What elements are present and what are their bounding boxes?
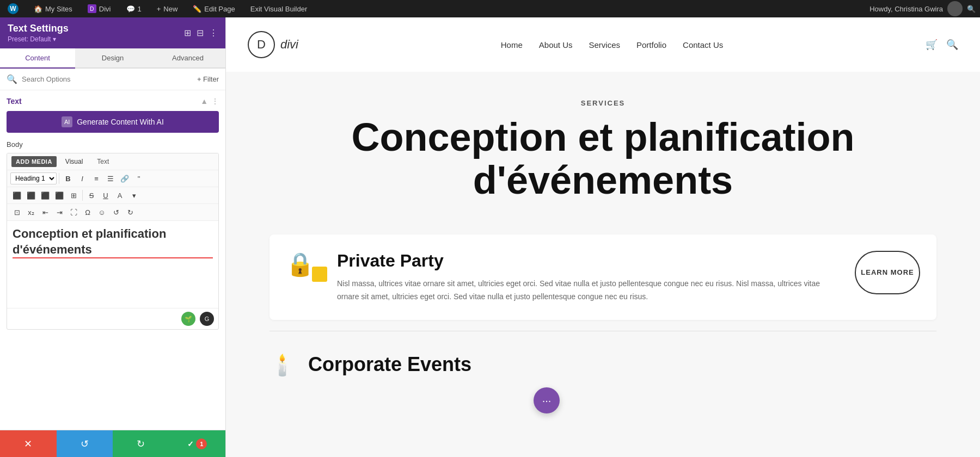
comments-item[interactable]: 💬 1	[123, 0, 145, 17]
panel-title: Text Settings	[8, 23, 69, 34]
search-admin-icon[interactable]: 🔍	[967, 5, 976, 13]
user-greeting: Howdy, Christina Gwira	[869, 5, 943, 13]
align-right-button[interactable]: ⬛	[39, 189, 52, 202]
align-center-button[interactable]: ⬛	[24, 189, 38, 202]
cart-icon[interactable]: 🛒	[926, 39, 938, 51]
right-panel: D divi Home About Us Services Portfolio …	[226, 17, 980, 457]
edit-page-item[interactable]: ✏️ Edit Page	[189, 0, 238, 17]
text-color-button[interactable]: A	[113, 189, 126, 202]
exit-builder-label: Exit Visual Builder	[250, 5, 308, 13]
editor-line1: Conception et	[13, 227, 93, 240]
fullscreen-icon[interactable]: ⊞	[184, 28, 191, 38]
heading-line1: Conception et planification	[351, 115, 854, 159]
section-icons: ▲ ⋮	[200, 97, 219, 106]
collapse-icon[interactable]: ▲	[200, 97, 208, 106]
exit-builder-item[interactable]: Exit Visual Builder	[247, 0, 311, 17]
service-card-1: 🔒 Private Party Nisl massa, ultrices vit…	[270, 234, 936, 320]
fullscreen-editor-button[interactable]: ⛶	[67, 206, 80, 219]
service-icon-wrap-1: 🔒	[286, 251, 324, 277]
italic-button[interactable]: I	[76, 172, 89, 185]
section-title: Text	[7, 97, 22, 106]
nav-services[interactable]: Services	[589, 40, 620, 50]
table-button[interactable]: ⊞	[67, 189, 80, 202]
strikethrough-button[interactable]: S	[85, 189, 98, 202]
blockquote-button[interactable]: "	[132, 172, 145, 185]
learn-more-button-1[interactable]: LEARN MORE	[855, 251, 920, 294]
subscript-button[interactable]: x₂	[24, 206, 38, 219]
search-area: 🔍 + Filter	[0, 69, 225, 90]
toolbar-separator-1	[59, 173, 59, 184]
page-heading: Conception et planification d'événements	[270, 116, 936, 202]
heading-select[interactable]: Heading 1	[10, 172, 57, 184]
filter-button[interactable]: + Filter	[197, 75, 219, 83]
heading-line2: d'événements	[473, 158, 733, 202]
editor-content-area[interactable]: Conception et planification d'événements	[7, 221, 218, 308]
avatar	[947, 1, 963, 16]
left-panel: Text Settings Preset: Default ▾ ⊞ ⊟ ⋮ Co…	[0, 17, 226, 457]
indent-less-button[interactable]: ⇤	[39, 206, 52, 219]
undo-editor-button[interactable]: ↺	[109, 206, 122, 219]
link-button[interactable]: 🔗	[118, 172, 131, 185]
panel-header: Text Settings Preset: Default ▾ ⊞ ⊟ ⋮	[0, 17, 225, 48]
home-icon: 🏠	[34, 5, 42, 13]
site-logo: D divi	[248, 31, 298, 58]
visual-tab[interactable]: Visual	[60, 156, 88, 168]
editor-line3: d'événements	[13, 243, 92, 256]
logo-text: divi	[280, 38, 298, 52]
tab-design[interactable]: Design	[75, 48, 150, 69]
color-palette-button[interactable]: ▾	[127, 189, 140, 202]
section-more-icon[interactable]: ⋮	[211, 97, 219, 106]
my-sites-item[interactable]: 🏠 My Sites	[30, 0, 76, 17]
search-nav-icon[interactable]: 🔍	[946, 39, 958, 51]
nav-about[interactable]: About Us	[539, 40, 573, 50]
tabs: Content Design Advanced	[0, 48, 225, 69]
redo-editor-button[interactable]: ↻	[124, 206, 137, 219]
align-left-button[interactable]: ⬛	[10, 189, 23, 202]
service-body-1: Private Party Nisl massa, ultrices vitae…	[337, 251, 842, 304]
bold-button[interactable]: B	[62, 172, 75, 185]
nav-home[interactable]: Home	[501, 40, 523, 50]
redo-icon: ↻	[137, 438, 145, 450]
paste-button[interactable]: ⊡	[10, 206, 23, 219]
undo-icon: ↺	[81, 438, 89, 450]
nav-portfolio[interactable]: Portfolio	[636, 40, 666, 50]
emoji-button[interactable]: ☺	[95, 206, 108, 219]
editor-footer: 🌱 G	[7, 308, 218, 329]
redo-button[interactable]: ↻	[113, 430, 169, 457]
ai-indicator-green: 🌱	[181, 312, 195, 326]
unordered-list-button[interactable]: ≡	[90, 172, 103, 185]
ai-generate-button[interactable]: AI Generate Content With AI	[7, 111, 219, 133]
divi-item[interactable]: D Divi	[84, 0, 114, 17]
add-media-button[interactable]: ADD MEDIA	[11, 156, 57, 167]
underline-button[interactable]: U	[99, 189, 112, 202]
save-button[interactable]: ✓ 1	[169, 430, 226, 457]
undo-button[interactable]: ↺	[57, 430, 113, 457]
wp-logo-item[interactable]: W	[4, 0, 22, 17]
nav-contact[interactable]: Contact Us	[683, 40, 723, 50]
cancel-button[interactable]: ✕	[0, 430, 57, 457]
candle-icon: 🕯️	[270, 353, 295, 377]
filter-label: + Filter	[197, 75, 219, 83]
special-char-button[interactable]: Ω	[81, 206, 94, 219]
admin-bar: W 🏠 My Sites D Divi 💬 1 + New ✏️ Edit Pa…	[0, 0, 980, 17]
tab-advanced[interactable]: Advanced	[150, 48, 225, 69]
more-options-icon[interactable]: ⋮	[209, 28, 218, 38]
service-title-2-partial: Corporate Events	[308, 353, 471, 376]
align-justify-button[interactable]: ⬛	[53, 189, 66, 202]
divi-logo-icon: D	[88, 4, 96, 13]
my-sites-label: My Sites	[45, 5, 72, 13]
text-section-header: Text ▲ ⋮	[7, 97, 219, 106]
grid-icon[interactable]: ⊟	[197, 28, 204, 38]
fab-button[interactable]: ···	[534, 387, 560, 413]
new-item[interactable]: + New	[154, 0, 181, 17]
service-title-2: Corporate Events	[308, 353, 471, 376]
text-tab[interactable]: Text	[91, 156, 114, 168]
ordered-list-button[interactable]: ☰	[104, 172, 117, 185]
indent-more-button[interactable]: ⇥	[53, 206, 66, 219]
tab-content[interactable]: Content	[0, 48, 75, 69]
search-options-input[interactable]	[22, 75, 193, 83]
logo-circle-icon: D	[248, 31, 275, 58]
text-editor: ADD MEDIA Visual Text Heading 1 B I ≡ ☰ …	[7, 153, 219, 330]
save-badge: 1	[196, 439, 207, 449]
panel-subtitle: Preset: Default ▾	[8, 35, 69, 43]
